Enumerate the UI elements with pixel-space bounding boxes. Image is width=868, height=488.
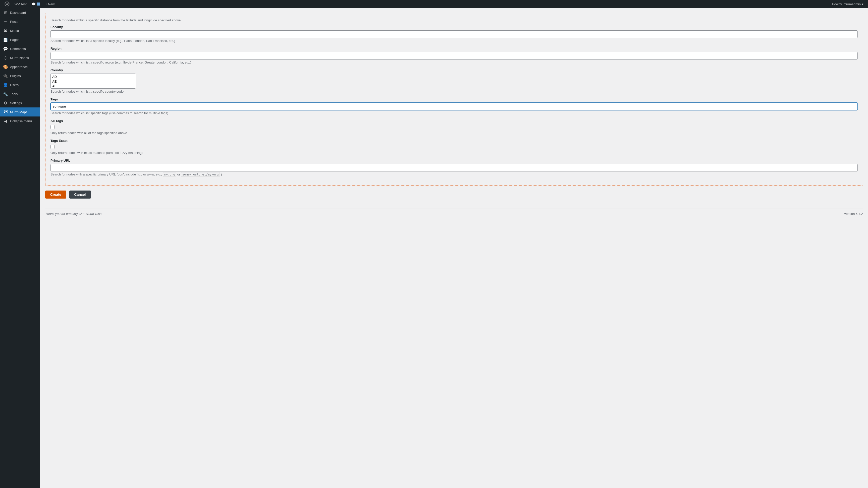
murm-maps-icon: 🗺: [3, 110, 8, 114]
greeting-item[interactable]: Howdy, murmadmin ▾: [829, 0, 866, 8]
sidebar-label-posts: Posts: [10, 20, 18, 24]
region-description: Search for nodes which list a specific r…: [51, 61, 858, 64]
primary-url-suffix: ): [220, 172, 222, 176]
sidebar-item-pages[interactable]: 📄 Pages: [0, 35, 40, 44]
tags-exact-description: Only return nodes with exact matches (tu…: [51, 151, 858, 155]
scroll-note: Search for nodes within a specific dista…: [51, 18, 858, 22]
sidebar-label-media: Media: [10, 29, 19, 33]
comment-bubble-icon: 💬: [32, 2, 36, 6]
chevron-down-icon: ▾: [862, 2, 864, 6]
sidebar-label-tools: Tools: [10, 92, 18, 96]
tags-label: Tags: [51, 97, 858, 101]
country-select[interactable]: AD AE AF AG: [51, 73, 136, 89]
tags-exact-checkbox-wrap: [51, 144, 858, 149]
comment-count: 0: [37, 2, 40, 5]
country-label: Country: [51, 68, 858, 72]
sidebar-item-comments[interactable]: 💬 Comments: [0, 44, 40, 53]
comments-icon: 💬: [3, 46, 8, 51]
sidebar-label-pages: Pages: [10, 38, 19, 42]
collapse-icon: ◀: [3, 119, 8, 124]
all-tags-label: All Tags: [51, 119, 858, 123]
sidebar-label-comments: Comments: [10, 47, 26, 51]
main-content: Search for nodes within a specific dista…: [40, 8, 868, 488]
users-icon: 👤: [3, 83, 8, 87]
sidebar-item-posts[interactable]: ✏ Posts: [0, 17, 40, 26]
tags-description: Search for nodes which list specific tag…: [51, 111, 858, 115]
plugins-icon: 🔌: [3, 73, 8, 78]
all-tags-checkbox-wrap: [51, 125, 858, 129]
tags-group: Tags Search for nodes which list specifi…: [51, 97, 858, 115]
sidebar-label-plugins: Plugins: [10, 74, 21, 78]
posts-icon: ✏: [3, 19, 8, 24]
cancel-button[interactable]: Cancel: [69, 191, 91, 199]
admin-bar: ⓦ WP Test 💬 0 + New Howdy, murmadmin ▾: [0, 0, 868, 8]
sidebar-label-users: Users: [10, 83, 19, 87]
primary-url-description: Search for nodes with a specific primary…: [51, 172, 858, 176]
form-container: Search for nodes within a specific dista…: [45, 13, 863, 186]
greeting-label: Howdy, murmadmin: [832, 2, 861, 6]
region-group: Region Search for nodes which list a spe…: [51, 47, 858, 64]
sidebar-item-tools[interactable]: 🔧 Tools: [0, 89, 40, 98]
settings-icon: ⚙: [3, 101, 8, 105]
tools-icon: 🔧: [3, 92, 8, 96]
locality-label: Locality: [51, 25, 858, 29]
country-description: Search for nodes which list a specific c…: [51, 90, 858, 93]
create-button[interactable]: Create: [45, 191, 66, 199]
country-option-ae[interactable]: AE: [51, 79, 135, 84]
wp-logo-icon: ⓦ: [4, 1, 9, 7]
country-option-af[interactable]: AF: [51, 84, 135, 89]
all-tags-group: All Tags Only return nodes with all of t…: [51, 119, 858, 135]
primary-url-example1: my.org: [163, 172, 176, 177]
media-icon: 🖼: [3, 28, 8, 33]
region-label: Region: [51, 47, 858, 51]
dashboard-icon: ⊞: [3, 10, 8, 15]
sidebar-label-murm-nodes: Murm-Nodes: [10, 56, 29, 60]
button-row: Create Cancel: [45, 191, 863, 199]
primary-url-desc-prefix: Search for nodes with a specific primary…: [51, 172, 163, 176]
footer: Thank you for creating with WordPress. V…: [45, 208, 863, 219]
murm-nodes-icon: ⬡: [3, 56, 8, 60]
wp-logo-item[interactable]: ⓦ: [2, 0, 12, 8]
sidebar-item-dashboard[interactable]: ⊞ Dashboard: [0, 8, 40, 17]
sidebar-label-appearance: Appearance: [10, 65, 28, 69]
footer-version: Version 6.4.2: [844, 212, 863, 216]
sidebar-item-murm-maps[interactable]: 🗺 Murm-Maps: [0, 107, 40, 117]
tags-exact-checkbox[interactable]: [51, 145, 55, 149]
tags-exact-label: Tags Exact: [51, 139, 858, 142]
primary-url-input[interactable]: [51, 164, 858, 171]
sidebar-label-murm-maps: Murm-Maps: [10, 110, 27, 114]
sidebar-label-dashboard: Dashboard: [10, 11, 26, 14]
sidebar-item-collapse[interactable]: ◀ Collapse menu: [0, 117, 40, 126]
new-item[interactable]: + New: [43, 0, 57, 8]
sidebar-item-murm-nodes[interactable]: ⬡ Murm-Nodes: [0, 53, 40, 62]
sidebar-item-media[interactable]: 🖼 Media: [0, 26, 40, 35]
sidebar-item-appearance[interactable]: 🎨 Appearance: [0, 62, 40, 71]
sidebar-item-settings[interactable]: ⚙ Settings: [0, 98, 40, 107]
all-tags-description: Only return nodes with all of the tags s…: [51, 131, 858, 135]
country-option-ad[interactable]: AD: [51, 74, 135, 79]
sidebar-label-settings: Settings: [10, 101, 22, 105]
wp-wrapper: ⊞ Dashboard ✏ Posts 🖼 Media 📄 Pages 💬 Co…: [0, 8, 868, 488]
admin-bar-right: Howdy, murmadmin ▾: [829, 0, 866, 8]
sidebar-item-users[interactable]: 👤 Users: [0, 80, 40, 89]
country-group: Country AD AE AF AG Search for nodes whi…: [51, 68, 858, 93]
locality-group: Locality Search for nodes which list a s…: [51, 25, 858, 43]
site-name: WP Test: [14, 2, 27, 6]
new-label: + New: [45, 2, 55, 6]
region-input[interactable]: [51, 52, 858, 60]
site-name-item[interactable]: WP Test: [12, 0, 29, 8]
comments-item[interactable]: 💬 0: [29, 0, 43, 8]
primary-url-example2: some-host.net/my-org: [181, 172, 220, 177]
appearance-icon: 🎨: [3, 65, 8, 69]
locality-description: Search for nodes which list a specific l…: [51, 39, 858, 43]
primary-url-group: Primary URL Search for nodes with a spec…: [51, 159, 858, 176]
tags-input[interactable]: [51, 103, 858, 110]
all-tags-checkbox[interactable]: [51, 125, 55, 129]
primary-url-label: Primary URL: [51, 159, 858, 162]
admin-bar-left: ⓦ WP Test 💬 0 + New: [2, 0, 829, 8]
locality-input[interactable]: [51, 30, 858, 38]
pages-icon: 📄: [3, 37, 8, 42]
sidebar-item-plugins[interactable]: 🔌 Plugins: [0, 71, 40, 80]
tags-exact-group: Tags Exact Only return nodes with exact …: [51, 139, 858, 155]
footer-thank-you: Thank you for creating with WordPress.: [45, 212, 102, 216]
